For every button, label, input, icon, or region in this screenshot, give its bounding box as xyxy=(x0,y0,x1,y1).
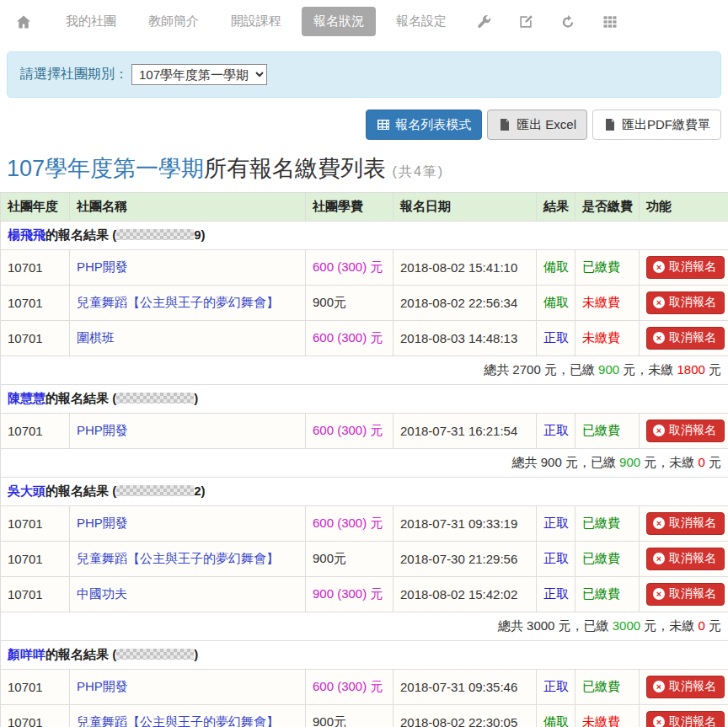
term-filter-label: 請選擇社團期別： xyxy=(20,66,128,83)
toolbar: 報名列表模式 匯出 Excel 匯出PDF繳費單 xyxy=(7,110,721,140)
person-name-link[interactable]: 陳慧慧 xyxy=(8,391,46,405)
cell-club-name: 中國功夫 xyxy=(70,577,306,612)
registration-row: 10701PHP開發600 (300) 元2018-07-31 16:21:54… xyxy=(1,414,728,449)
summary-unpaid-amount: 0 xyxy=(698,618,704,633)
list-mode-button[interactable]: 報名列表模式 xyxy=(366,110,482,140)
cell-club-name: PHP開發 xyxy=(70,506,306,542)
header-result: 結果 xyxy=(537,193,575,222)
cell-club-name: 兒童舞蹈【公主與王子的夢幻舞會】 xyxy=(70,542,306,577)
top-nav: 我的社團 教師簡介 開設課程 報名狀況 報名設定 xyxy=(0,0,728,41)
cell-result: 正取 xyxy=(537,670,575,705)
cell-club-year: 10701 xyxy=(1,542,70,577)
cell-club-year: 10701 xyxy=(1,250,70,286)
cell-club-year: 10701 xyxy=(1,414,70,449)
cell-club-fee: 900元 xyxy=(306,542,393,577)
cell-club-fee: 900 (300) 元 xyxy=(306,577,393,612)
wrench-icon[interactable] xyxy=(475,13,492,30)
cell-club-year: 10701 xyxy=(1,506,70,542)
cell-paid-status: 未繳費 xyxy=(575,286,640,321)
nav-item-courses[interactable]: 開設課程 xyxy=(219,7,293,36)
table-header-row: 社團年度 社團名稱 社團學費 報名日期 結果 是否繳費 功能 xyxy=(1,193,728,222)
table-icon xyxy=(377,118,390,131)
cell-club-year: 10701 xyxy=(1,577,70,612)
person-name-link[interactable]: 楊飛飛 xyxy=(8,227,46,242)
nav-item-my-clubs[interactable]: 我的社團 xyxy=(54,7,128,36)
cancel-label: 取消報名 xyxy=(669,586,716,601)
cell-club-name: 圍棋班 xyxy=(70,321,306,356)
cell-reg-date: 2018-08-03 14:48:13 xyxy=(393,321,537,356)
cell-club-fee: 600 (300) 元 xyxy=(306,250,393,286)
export-excel-label: 匯出 Excel xyxy=(517,116,576,133)
cell-club-year: 10701 xyxy=(1,286,70,321)
cell-club-fee: 600 (300) 元 xyxy=(306,414,393,449)
edit-icon[interactable] xyxy=(517,13,534,30)
cell-club-name: 兒童舞蹈【公主與王子的夢幻舞會】 xyxy=(70,286,306,321)
cell-reg-date: 2018-08-02 15:41:10 xyxy=(393,250,537,286)
cancel-label: 取消報名 xyxy=(669,714,716,727)
club-name-link[interactable]: 兒童舞蹈【公主與王子的夢幻舞會】 xyxy=(77,295,279,309)
registration-row: 10701中國功夫900 (300) 元2018-08-02 15:42:02正… xyxy=(1,577,728,612)
cell-paid-status: 未繳費 xyxy=(575,321,640,356)
refresh-icon[interactable] xyxy=(559,13,576,30)
masked-id xyxy=(116,485,194,496)
cancel-registration-button[interactable]: ×取消報名 xyxy=(646,327,725,350)
cell-actions: ×取消報名 xyxy=(640,577,728,612)
registration-row: 10701圍棋班600 (300) 元2018-08-03 14:48:13正取… xyxy=(1,321,728,356)
export-pdf-label: 匯出PDF繳費單 xyxy=(622,116,710,133)
cell-reg-date: 2018-07-31 09:35:46 xyxy=(393,670,537,705)
cell-reg-date: 2018-07-31 16:21:54 xyxy=(393,414,537,449)
cell-actions: ×取消報名 xyxy=(640,506,728,542)
export-pdf-button[interactable]: 匯出PDF繳費單 xyxy=(592,110,721,140)
page-title: 107學年度第一學期所有報名繳費列表 (共4筆) xyxy=(7,153,721,184)
registration-row: 10701PHP開發600 (300) 元2018-07-31 09:33:19… xyxy=(1,506,728,542)
cell-club-name: PHP開發 xyxy=(70,414,306,449)
registration-row: 10701PHP開發600 (300) 元2018-08-02 15:41:10… xyxy=(1,250,728,286)
club-name-link[interactable]: 兒童舞蹈【公主與王子的夢幻舞會】 xyxy=(77,551,279,565)
cancel-registration-button[interactable]: ×取消報名 xyxy=(646,548,725,570)
cell-result: 備取 xyxy=(537,286,575,321)
club-name-link[interactable]: PHP開發 xyxy=(77,259,128,274)
excel-file-icon xyxy=(498,118,511,131)
export-excel-button[interactable]: 匯出 Excel xyxy=(487,110,587,140)
cell-club-year: 10701 xyxy=(1,321,70,356)
person-name-link[interactable]: 吳大頭 xyxy=(8,484,46,498)
cell-club-name: PHP開發 xyxy=(70,670,306,705)
registration-table: 社團年度 社團名稱 社團學費 報名日期 結果 是否繳費 功能 楊飛飛的報名結果 … xyxy=(0,192,728,727)
grid-icon[interactable] xyxy=(602,13,618,30)
cancel-registration-button[interactable]: ×取消報名 xyxy=(646,420,725,442)
summary-unpaid-amount: 1800 xyxy=(677,362,704,377)
cell-paid-status: 已繳費 xyxy=(575,414,640,449)
cancel-registration-button[interactable]: ×取消報名 xyxy=(646,256,725,279)
cancel-registration-button[interactable]: ×取消報名 xyxy=(646,676,725,698)
club-name-link[interactable]: PHP開發 xyxy=(77,516,128,530)
group-header-cell: 陳慧慧的報名結果 () xyxy=(1,385,728,414)
group-summary-row: 總共 3000 元，已繳 3000 元，未繳 0 元 xyxy=(1,612,728,641)
cancel-label: 取消報名 xyxy=(669,295,716,310)
nav-item-teacher-intro[interactable]: 教師簡介 xyxy=(136,7,211,36)
cancel-registration-button[interactable]: ×取消報名 xyxy=(646,512,725,535)
club-name-link[interactable]: PHP開發 xyxy=(77,423,128,437)
club-name-link[interactable]: 中國功夫 xyxy=(77,586,127,601)
cancel-label: 取消報名 xyxy=(669,516,716,531)
masked-id xyxy=(116,229,194,240)
club-name-link[interactable]: 兒童舞蹈【公主與王子的夢幻舞會】 xyxy=(77,714,279,727)
cancel-label: 取消報名 xyxy=(669,259,716,275)
header-club-year: 社團年度 xyxy=(1,193,70,222)
nav-item-registration-status[interactable]: 報名狀況 xyxy=(302,7,376,36)
cell-club-fee: 600 (300) 元 xyxy=(306,321,393,356)
home-icon[interactable] xyxy=(15,13,32,30)
cell-paid-status: 已繳費 xyxy=(575,577,640,612)
cell-reg-date: 2018-08-02 15:42:02 xyxy=(393,577,537,612)
group-header-row: 吳大頭的報名結果 (2) xyxy=(1,478,728,506)
summary-paid-amount: 3000 xyxy=(613,618,640,633)
cancel-registration-button[interactable]: ×取消報名 xyxy=(646,711,725,727)
term-select[interactable]: 107學年度第一學期 xyxy=(131,64,267,85)
person-name-link[interactable]: 顏咩咩 xyxy=(8,647,46,661)
club-name-link[interactable]: 圍棋班 xyxy=(77,330,115,345)
cancel-registration-button[interactable]: ×取消報名 xyxy=(646,583,725,606)
club-name-link[interactable]: PHP開發 xyxy=(77,679,128,693)
nav-item-registration-settings[interactable]: 報名設定 xyxy=(384,7,458,36)
cancel-registration-button[interactable]: ×取消報名 xyxy=(646,291,725,314)
cell-result: 正取 xyxy=(537,414,575,449)
registration-row: 10701兒童舞蹈【公主與王子的夢幻舞會】900元2018-07-30 21:2… xyxy=(1,542,728,577)
